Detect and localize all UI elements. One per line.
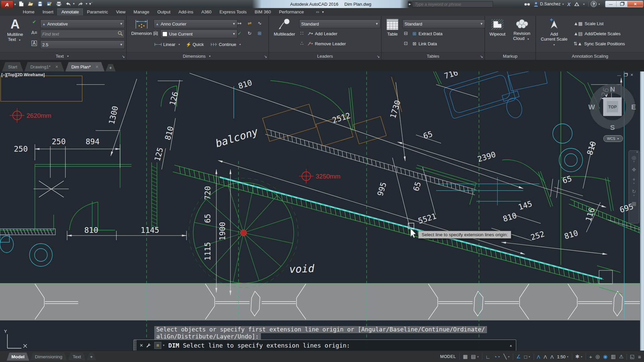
open-file-icon[interactable] <box>27 1 34 7</box>
linear-dimension-button[interactable]: ⊢⊣ Linear▼ <box>153 40 183 48</box>
layout-tab-text[interactable]: Text <box>68 353 86 361</box>
drawing-canvas[interactable]: 2620mm3250mm 250250894130012681012581025… <box>0 71 644 351</box>
command-drag-handle[interactable] <box>134 340 137 351</box>
pan-icon[interactable]: ✥ <box>629 167 639 172</box>
room-labels[interactable]: balconyvoid <box>214 125 315 275</box>
file-tab-start[interactable]: Start <box>2 62 23 71</box>
viewcube-wcs-dropdown[interactable]: WCS▼ <box>603 135 623 142</box>
multileader-style-dropdown[interactable]: Standard▼ <box>299 19 380 28</box>
redo-caret-icon[interactable]: ▼ <box>85 2 88 5</box>
dim-label[interactable]: 65 <box>422 130 434 141</box>
object-snap-icon[interactable]: □▼ <box>523 352 532 361</box>
add-delete-scales-button[interactable]: ▲▤ Add/Delete Scales <box>574 30 621 37</box>
command-close-icon[interactable]: ✕ <box>140 343 143 348</box>
link-data-button[interactable]: ⊠ Link Data <box>413 40 437 47</box>
command-expand-icon[interactable]: ▲ <box>509 344 513 347</box>
command-line[interactable]: ✕ ▼ DIM Select line to specify extension… <box>133 340 516 351</box>
upload-table-icon[interactable]: ⊡ <box>402 40 409 47</box>
dim-label[interactable]: 810 <box>502 211 518 223</box>
text-style-icon[interactable]: 🄰 <box>31 40 38 47</box>
plot-icon[interactable] <box>55 1 62 7</box>
jog-line-icon[interactable]: ∿ <box>256 20 263 27</box>
isometric-drafting-icon[interactable]: ╲▼ <box>502 352 512 361</box>
wall-lines[interactable] <box>0 71 623 294</box>
wipeout-button[interactable]: Wipeout <box>486 18 508 37</box>
navbar-close-icon[interactable]: ✕ <box>636 151 638 154</box>
workspace-switching-icon[interactable]: ✱▼ <box>574 352 585 361</box>
table-button[interactable]: Table <box>384 18 401 37</box>
file-tab-dim-plan[interactable]: Dim Plan*✕ <box>65 62 105 71</box>
dim-label[interactable]: 2390 <box>476 150 497 164</box>
table-style-dropdown[interactable]: Standard▼ <box>402 19 485 28</box>
dimension-button[interactable]: Dimension <box>129 18 154 36</box>
save-icon[interactable] <box>36 1 44 7</box>
ribbon-tab-performance[interactable]: Performance <box>275 8 308 15</box>
ribbon-tab-output[interactable]: Output <box>153 8 174 15</box>
dim-label[interactable]: 1145 <box>141 226 159 235</box>
dim-label[interactable]: 1115 <box>203 242 212 260</box>
canvas-scrollbar[interactable] <box>640 71 644 351</box>
system-alert-icon[interactable]: ⚠ <box>618 352 625 361</box>
revision-cloud-button[interactable]: Revision Cloud ▼ <box>511 18 533 42</box>
dim-label[interactable]: 810 <box>163 125 175 141</box>
command-customize-icon[interactable] <box>146 343 151 348</box>
clean-screen-icon[interactable]: ◱ <box>628 352 636 361</box>
viewport-restore-icon[interactable] <box>624 73 627 76</box>
user-menu-caret-icon[interactable]: ▼ <box>562 3 564 5</box>
tables-dialog-launcher-icon[interactable]: ↘ <box>480 54 483 59</box>
a360-caret-icon[interactable]: ▼ <box>583 3 585 5</box>
minimize-button[interactable]: — <box>605 1 616 7</box>
undo-caret-icon[interactable]: ▼ <box>72 2 75 5</box>
autosave-icon[interactable]: ▥ <box>609 352 617 361</box>
reassociate-dimension-icon[interactable]: ⊞ <box>256 30 263 37</box>
remove-leader-button[interactable]: ↗̸• Remove Leader <box>307 40 346 47</box>
help-icon[interactable]: ? <box>591 1 597 7</box>
viewport-minimize-icon[interactable]: — <box>617 73 621 77</box>
dimension-lines[interactable] <box>34 73 644 295</box>
autoscale-icon[interactable]: Ʌ <box>542 352 549 361</box>
dim-label[interactable]: 894 <box>86 137 100 146</box>
ribbon-tab-view[interactable]: View <box>112 8 129 15</box>
dim-label[interactable]: 810 <box>237 78 253 91</box>
distance-marker[interactable]: 2620mm <box>10 108 51 123</box>
recent-commands-icon[interactable] <box>154 342 161 349</box>
room-label-balcony[interactable]: balcony <box>214 125 260 150</box>
graphics-performance-icon[interactable]: ◉ <box>601 352 609 361</box>
leaders-dialog-launcher-icon[interactable]: ↘ <box>377 54 380 59</box>
showmotion-icon[interactable]: ▦ <box>629 201 639 206</box>
dim-label[interactable]: 1730 <box>388 99 402 119</box>
annotation-scale-value[interactable]: 1:50▼ <box>555 352 571 361</box>
dim-label[interactable]: 716 <box>443 71 459 81</box>
dimensions-dialog-launcher-icon[interactable]: ↘ <box>264 54 267 59</box>
dim-label[interactable]: 65 <box>412 181 423 192</box>
dim-label[interactable]: 126 <box>168 91 180 106</box>
hatched-wall-bands[interactable] <box>0 129 644 286</box>
ribbon-tab-express-tools[interactable]: Express Tools <box>216 8 251 15</box>
dim-label[interactable]: 65 <box>203 214 212 223</box>
search-binoculars-icon[interactable] <box>524 2 530 6</box>
dim-label[interactable]: 250 <box>52 137 66 146</box>
undo-icon[interactable] <box>64 1 72 7</box>
a360-icon[interactable] <box>574 2 580 6</box>
text-panel-footer[interactable]: Text▼ ↘ <box>0 52 126 60</box>
search-input[interactable] <box>413 1 493 7</box>
tab-close-icon[interactable]: ✕ <box>95 65 98 69</box>
new-layout-button[interactable]: + <box>87 353 96 361</box>
ortho-mode-icon[interactable]: ∟ <box>484 352 492 361</box>
dim-label[interactable]: 720 <box>203 186 212 200</box>
dim-label[interactable]: 995 <box>376 181 388 197</box>
navigation-bar[interactable]: ✕ ◎ ▼ ✥ ⌖ ▼ ↻ ▼ ▦ <box>629 150 639 223</box>
align-leaders-icon[interactable]: ∷ <box>299 30 305 37</box>
annotation-scale-people-icon[interactable]: Ʌ <box>549 352 555 361</box>
viewcube[interactable]: N W E S TOP <box>588 85 636 131</box>
scale-list-button[interactable]: ▲▦ Scale List <box>574 20 603 27</box>
add-leader-button[interactable]: ↗• Add Leader <box>307 30 337 37</box>
viewcube-south[interactable]: S <box>610 123 615 131</box>
text-style-dropdown[interactable]: ▲ Annotative▼ <box>40 19 125 28</box>
find-text-magnifier-icon[interactable] <box>118 31 123 37</box>
export-table-icon[interactable]: ⊟ <box>402 30 409 37</box>
dim-style-dropdown[interactable]: ▲ Anno Courier▼ <box>154 19 237 28</box>
adjust-space-icon[interactable]: ⇌ <box>246 20 253 27</box>
quick-dimension-button[interactable]: ⚡ Quick <box>184 40 205 48</box>
dim-label[interactable]: 116 <box>584 207 596 222</box>
